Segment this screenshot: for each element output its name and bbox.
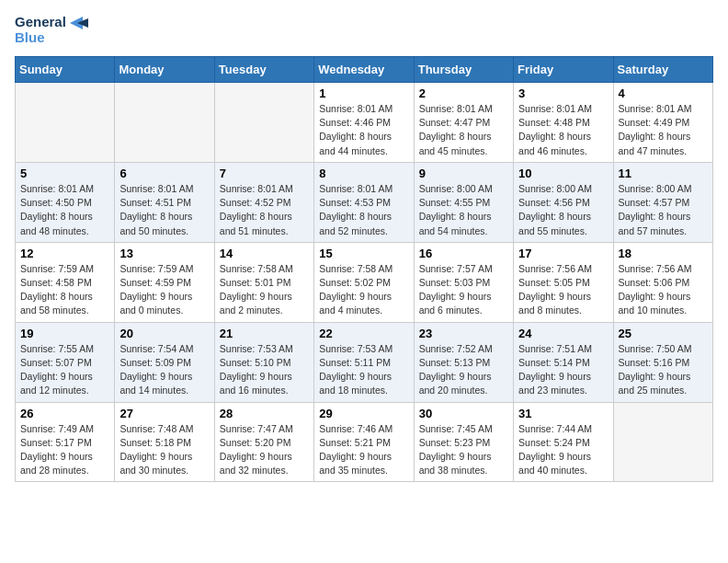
calendar-cell: 3Sunrise: 8:01 AM Sunset: 4:48 PM Daylig… (514, 83, 613, 163)
calendar-cell: 17Sunrise: 7:56 AM Sunset: 5:05 PM Dayli… (514, 242, 613, 322)
day-info: Sunrise: 7:56 AM Sunset: 5:05 PM Dayligh… (518, 262, 608, 318)
calendar-cell: 9Sunrise: 8:00 AM Sunset: 4:55 PM Daylig… (414, 162, 513, 242)
calendar-cell: 24Sunrise: 7:51 AM Sunset: 5:14 PM Dayli… (514, 322, 613, 402)
day-number: 19 (20, 327, 109, 340)
calendar-cell: 12Sunrise: 7:59 AM Sunset: 4:58 PM Dayli… (16, 242, 115, 322)
day-number: 11 (619, 167, 708, 180)
day-info: Sunrise: 7:52 AM Sunset: 5:13 PM Dayligh… (419, 342, 508, 398)
day-number: 7 (220, 167, 309, 180)
calendar-cell: 13Sunrise: 7:59 AM Sunset: 4:59 PM Dayli… (115, 242, 214, 322)
day-number: 6 (119, 167, 209, 180)
day-number: 31 (518, 407, 608, 420)
day-number: 28 (220, 407, 309, 420)
day-info: Sunrise: 7:58 AM Sunset: 5:01 PM Dayligh… (220, 262, 309, 318)
calendar-cell (613, 402, 712, 482)
day-number: 23 (419, 327, 508, 340)
calendar-cell: 18Sunrise: 7:56 AM Sunset: 5:06 PM Dayli… (613, 242, 712, 322)
day-info: Sunrise: 8:01 AM Sunset: 4:47 PM Dayligh… (419, 102, 508, 158)
calendar-cell: 16Sunrise: 7:57 AM Sunset: 5:03 PM Dayli… (414, 242, 513, 322)
calendar-cell: 28Sunrise: 7:47 AM Sunset: 5:20 PM Dayli… (214, 402, 313, 482)
calendar-cell: 21Sunrise: 7:53 AM Sunset: 5:10 PM Dayli… (214, 322, 313, 402)
day-info: Sunrise: 8:01 AM Sunset: 4:51 PM Dayligh… (119, 182, 209, 238)
day-number: 17 (518, 247, 608, 260)
weekday-header-saturday: Saturday (613, 57, 712, 83)
day-number: 15 (319, 247, 408, 260)
day-number: 5 (20, 167, 109, 180)
day-number: 13 (119, 247, 209, 260)
calendar-cell: 5Sunrise: 8:01 AM Sunset: 4:50 PM Daylig… (16, 162, 115, 242)
weekday-header-row: SundayMondayTuesdayWednesdayThursdayFrid… (16, 57, 713, 83)
day-info: Sunrise: 8:00 AM Sunset: 4:55 PM Dayligh… (419, 182, 508, 238)
day-number: 25 (619, 327, 708, 340)
week-row-3: 12Sunrise: 7:59 AM Sunset: 4:58 PM Dayli… (16, 242, 713, 322)
day-info: Sunrise: 8:01 AM Sunset: 4:53 PM Dayligh… (319, 182, 408, 238)
day-number: 22 (319, 327, 408, 340)
calendar-cell: 11Sunrise: 8:00 AM Sunset: 4:57 PM Dayli… (613, 162, 712, 242)
day-number: 2 (419, 86, 508, 100)
day-info: Sunrise: 7:48 AM Sunset: 5:18 PM Dayligh… (119, 422, 209, 478)
calendar-cell: 4Sunrise: 8:01 AM Sunset: 4:49 PM Daylig… (613, 83, 712, 163)
day-info: Sunrise: 7:45 AM Sunset: 5:23 PM Dayligh… (419, 422, 508, 478)
day-number: 8 (319, 167, 408, 180)
weekday-header-monday: Monday (115, 57, 214, 83)
day-info: Sunrise: 7:50 AM Sunset: 5:16 PM Dayligh… (619, 342, 708, 398)
day-number: 12 (20, 247, 109, 260)
calendar-cell: 1Sunrise: 8:01 AM Sunset: 4:46 PM Daylig… (314, 83, 414, 163)
day-info: Sunrise: 7:46 AM Sunset: 5:21 PM Dayligh… (319, 422, 408, 478)
calendar-cell: 8Sunrise: 8:01 AM Sunset: 4:53 PM Daylig… (314, 162, 414, 242)
logo-wing-icon (70, 17, 88, 29)
calendar-cell: 7Sunrise: 8:01 AM Sunset: 4:52 PM Daylig… (214, 162, 313, 242)
day-number: 4 (619, 86, 708, 100)
calendar-cell: 27Sunrise: 7:48 AM Sunset: 5:18 PM Dayli… (115, 402, 214, 482)
day-info: Sunrise: 7:49 AM Sunset: 5:17 PM Dayligh… (20, 422, 109, 478)
day-number: 14 (220, 247, 309, 260)
calendar-cell: 23Sunrise: 7:52 AM Sunset: 5:13 PM Dayli… (414, 322, 513, 402)
day-number: 9 (419, 167, 508, 180)
calendar-cell: 2Sunrise: 8:01 AM Sunset: 4:47 PM Daylig… (414, 83, 513, 163)
calendar-cell: 22Sunrise: 7:53 AM Sunset: 5:11 PM Dayli… (314, 322, 414, 402)
week-row-5: 26Sunrise: 7:49 AM Sunset: 5:17 PM Dayli… (16, 402, 713, 482)
calendar-cell: 25Sunrise: 7:50 AM Sunset: 5:16 PM Dayli… (613, 322, 712, 402)
day-info: Sunrise: 8:01 AM Sunset: 4:50 PM Dayligh… (20, 182, 109, 238)
calendar-cell: 15Sunrise: 7:58 AM Sunset: 5:02 PM Dayli… (314, 242, 414, 322)
calendar-cell: 10Sunrise: 8:00 AM Sunset: 4:56 PM Dayli… (514, 162, 613, 242)
day-number: 21 (220, 327, 309, 340)
day-info: Sunrise: 7:51 AM Sunset: 5:14 PM Dayligh… (518, 342, 608, 398)
calendar-cell (214, 83, 313, 163)
day-info: Sunrise: 7:55 AM Sunset: 5:07 PM Dayligh… (20, 342, 109, 398)
day-info: Sunrise: 7:58 AM Sunset: 5:02 PM Dayligh… (319, 262, 408, 318)
day-info: Sunrise: 8:01 AM Sunset: 4:48 PM Dayligh… (518, 102, 608, 158)
weekday-header-friday: Friday (514, 57, 613, 83)
day-number: 20 (119, 327, 209, 340)
day-info: Sunrise: 8:01 AM Sunset: 4:49 PM Dayligh… (619, 102, 708, 158)
day-number: 1 (319, 86, 408, 100)
day-info: Sunrise: 7:56 AM Sunset: 5:06 PM Dayligh… (619, 262, 708, 318)
weekday-header-sunday: Sunday (16, 57, 115, 83)
calendar-cell (115, 83, 214, 163)
day-number: 10 (518, 167, 608, 180)
day-info: Sunrise: 7:47 AM Sunset: 5:20 PM Dayligh… (220, 422, 309, 478)
week-row-1: 1Sunrise: 8:01 AM Sunset: 4:46 PM Daylig… (16, 83, 713, 163)
day-info: Sunrise: 8:01 AM Sunset: 4:52 PM Dayligh… (220, 182, 309, 238)
week-row-2: 5Sunrise: 8:01 AM Sunset: 4:50 PM Daylig… (16, 162, 713, 242)
day-number: 27 (119, 407, 209, 420)
calendar-cell: 14Sunrise: 7:58 AM Sunset: 5:01 PM Dayli… (214, 242, 313, 322)
weekday-header-thursday: Thursday (414, 57, 513, 83)
day-number: 3 (518, 86, 608, 100)
day-info: Sunrise: 7:59 AM Sunset: 4:58 PM Dayligh… (20, 262, 109, 318)
calendar-cell (16, 83, 115, 163)
day-number: 30 (419, 407, 508, 420)
calendar-cell: 6Sunrise: 8:01 AM Sunset: 4:51 PM Daylig… (115, 162, 214, 242)
calendar-cell: 31Sunrise: 7:44 AM Sunset: 5:24 PM Dayli… (514, 402, 613, 482)
day-info: Sunrise: 7:44 AM Sunset: 5:24 PM Dayligh… (518, 422, 608, 478)
logo-text: General Blue (15, 15, 88, 45)
weekday-header-wednesday: Wednesday (314, 57, 414, 83)
day-info: Sunrise: 7:54 AM Sunset: 5:09 PM Dayligh… (119, 342, 209, 398)
week-row-4: 19Sunrise: 7:55 AM Sunset: 5:07 PM Dayli… (16, 322, 713, 402)
calendar: SundayMondayTuesdayWednesdayThursdayFrid… (15, 56, 713, 482)
day-info: Sunrise: 7:59 AM Sunset: 4:59 PM Dayligh… (119, 262, 209, 318)
weekday-header-tuesday: Tuesday (214, 57, 313, 83)
calendar-cell: 20Sunrise: 7:54 AM Sunset: 5:09 PM Dayli… (115, 322, 214, 402)
day-info: Sunrise: 7:53 AM Sunset: 5:10 PM Dayligh… (220, 342, 309, 398)
day-info: Sunrise: 7:57 AM Sunset: 5:03 PM Dayligh… (419, 262, 508, 318)
